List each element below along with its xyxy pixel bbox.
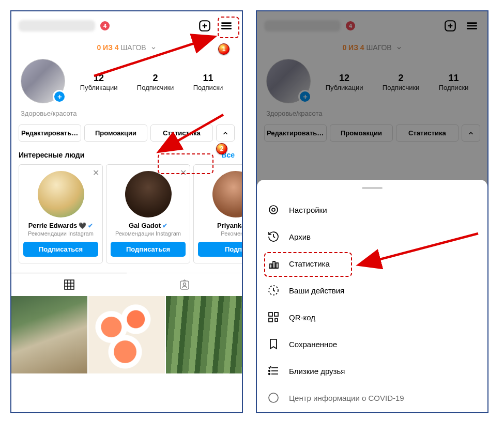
sheet-handle[interactable] xyxy=(362,187,383,189)
suggestion-avatar[interactable] xyxy=(38,171,84,217)
svg-rect-31 xyxy=(273,261,275,268)
stats: 12 Публикации 2 Подписчики 11 Подписки xyxy=(70,73,233,91)
action-buttons: Редактировать про... Промоакции Статисти… xyxy=(11,124,242,142)
suggestion-card: ✕ Gal Gadot✔ Рекомендации Instagram Подп… xyxy=(106,164,190,263)
menu-label: Сохраненное xyxy=(289,340,337,349)
menu-qr[interactable]: QR-код xyxy=(257,304,487,331)
svg-rect-32 xyxy=(276,263,278,268)
follow-button[interactable]: Подпи xyxy=(198,242,242,257)
suggestion-avatar[interactable] xyxy=(125,171,172,217)
info-icon xyxy=(267,392,280,404)
close-icon[interactable]: ✕ xyxy=(180,168,187,178)
menu-archive[interactable]: Архив xyxy=(257,223,487,250)
menu-settings[interactable]: Настройки xyxy=(257,196,487,223)
suggestion-name: Perrie Edwards🖤✔ xyxy=(23,222,98,229)
qr-icon xyxy=(267,311,280,323)
stat-num: 11 xyxy=(193,73,223,84)
svg-point-28 xyxy=(272,208,275,211)
menu-insights[interactable]: Статистика xyxy=(257,250,487,277)
svg-rect-30 xyxy=(270,264,272,268)
follow-button[interactable]: Подписаться xyxy=(111,242,186,257)
menu-label: Настройки xyxy=(289,206,327,214)
tab-grid[interactable] xyxy=(11,273,127,296)
menu-screen: 4 0 ИЗ 4 ШАГОВ 12Публикации 2Подписчики … xyxy=(256,10,488,413)
svg-point-41 xyxy=(269,370,270,372)
chart-icon xyxy=(267,257,280,270)
menu-close-friends[interactable]: Близкие друзья xyxy=(257,357,487,384)
follow-button[interactable]: Подписаться xyxy=(23,242,98,257)
menu-label: Близкие друзья xyxy=(289,367,345,376)
svg-point-14 xyxy=(183,283,186,286)
annotation-callout-2: 2 xyxy=(216,143,227,154)
suggestions-row: ✕ Perrie Edwards🖤✔ Рекомендации Instagra… xyxy=(11,164,242,263)
tab-tagged[interactable] xyxy=(127,273,242,296)
post-thumbnail[interactable] xyxy=(11,296,87,373)
stat-label: Подписки xyxy=(193,84,223,91)
menu-label: Архив xyxy=(289,232,311,241)
header: 4 xyxy=(11,11,242,40)
profile-row: 12 Публикации 2 Подписчики 11 Подписки xyxy=(11,59,242,105)
steps-label: ШАГОВ xyxy=(120,43,146,52)
stat-label: Публикации xyxy=(80,84,118,91)
avatar-wrap[interactable] xyxy=(21,59,67,105)
menu-label: Центр информации о COVID-19 xyxy=(289,394,404,402)
suggestion-card: ✕ Perrie Edwards🖤✔ Рекомендации Instagra… xyxy=(19,164,103,263)
verified-icon: ✔ xyxy=(88,222,93,229)
gear-icon xyxy=(267,204,280,216)
stat-following[interactable]: 11 Подписки xyxy=(193,73,223,91)
suggestion-card: Priyanka Cl Рекоменда Подпи xyxy=(193,164,242,263)
stat-posts[interactable]: 12 Публикации xyxy=(80,73,118,91)
expand-button[interactable] xyxy=(216,124,235,142)
steps-count: 0 ИЗ 4 xyxy=(97,43,118,52)
stat-label: Подписчики xyxy=(137,84,174,91)
menu-label: QR-код xyxy=(289,313,315,322)
suggestions-header: Интересные люди Все xyxy=(11,142,242,164)
profile-screen: 4 0 ИЗ 4 ШАГОВ 12 Публикации 2 Подпи xyxy=(10,10,243,413)
edit-profile-button[interactable]: Редактировать про... xyxy=(19,124,81,142)
suggestion-sub: Рекоменда xyxy=(198,230,242,237)
list-icon xyxy=(267,365,280,377)
svg-rect-8 xyxy=(65,280,74,289)
svg-rect-37 xyxy=(275,319,278,321)
verified-icon: ✔ xyxy=(162,222,167,229)
stat-num: 2 xyxy=(137,73,174,84)
suggestion-name: Gal Gadot✔ xyxy=(111,222,186,229)
archive-icon xyxy=(267,230,280,243)
steps-progress[interactable]: 0 ИЗ 4 ШАГОВ xyxy=(11,40,242,59)
suggestion-name: Priyanka Cl xyxy=(198,222,242,229)
create-button[interactable] xyxy=(196,18,213,34)
svg-rect-34 xyxy=(269,313,272,316)
menu-button[interactable] xyxy=(218,18,235,34)
annotation-callout-1: 1 xyxy=(218,43,230,55)
add-story-badge[interactable] xyxy=(53,90,66,103)
notification-badge: 4 xyxy=(100,21,110,30)
svg-rect-35 xyxy=(274,313,278,316)
bottom-sheet: Настройки Архив Статистика Ваши действия… xyxy=(257,180,487,412)
close-icon[interactable]: ✕ xyxy=(93,168,99,178)
suggestion-avatar[interactable] xyxy=(212,171,242,217)
bio-category: Здоровье/красота xyxy=(11,105,242,124)
suggestion-sub: Рекомендации Instagram xyxy=(111,230,186,237)
menu-activity[interactable]: Ваши действия xyxy=(257,277,487,304)
svg-rect-36 xyxy=(269,318,272,322)
posts-grid xyxy=(11,296,242,373)
suggestion-sub: Рекомендации Instagram xyxy=(23,230,98,237)
post-thumbnail[interactable] xyxy=(166,296,242,373)
svg-point-42 xyxy=(269,373,270,375)
activity-icon xyxy=(267,284,280,297)
svg-point-27 xyxy=(269,206,278,214)
menu-label: Ваши действия xyxy=(289,286,344,295)
stat-num: 12 xyxy=(80,73,118,84)
stat-followers[interactable]: 2 Подписчики xyxy=(137,73,174,91)
stats-button[interactable]: Статистика xyxy=(150,124,213,142)
bookmark-icon xyxy=(267,338,280,350)
post-thumbnail[interactable] xyxy=(88,296,164,373)
menu-saved[interactable]: Сохраненное xyxy=(257,331,487,357)
suggestions-title: Интересные люди xyxy=(19,151,84,159)
menu-covid[interactable]: Центр информации о COVID-19 xyxy=(257,384,487,411)
username-blur xyxy=(19,20,95,32)
profile-tabs xyxy=(11,273,242,296)
svg-point-43 xyxy=(269,393,278,402)
promo-button[interactable]: Промоакции xyxy=(84,124,147,142)
menu-label: Статистика xyxy=(289,259,330,268)
